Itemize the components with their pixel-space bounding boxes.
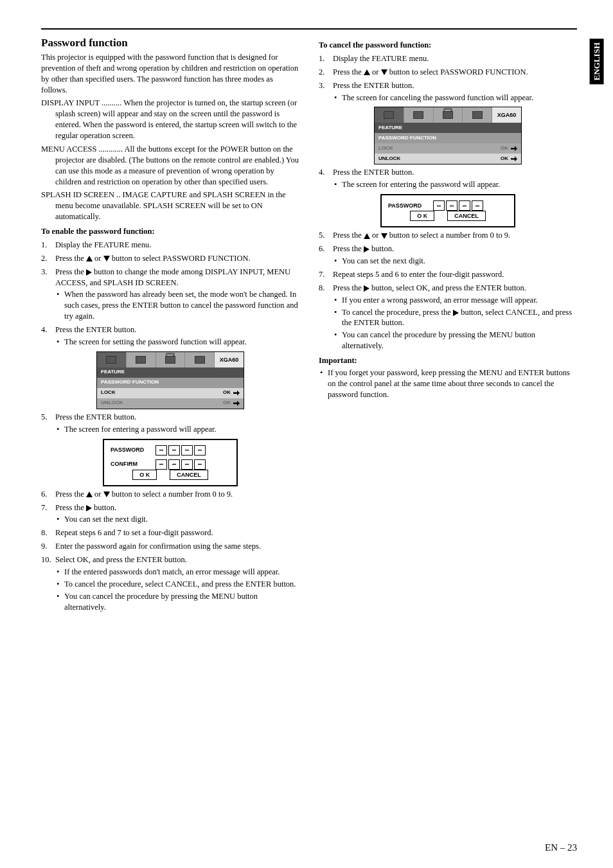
- step-item: 7.Repeat steps 5 and 6 to enter the four…: [319, 269, 577, 280]
- osd-row-label: UNLOCK: [378, 155, 501, 163]
- password-digit: –: [433, 200, 445, 211]
- step-number: 2.: [319, 67, 333, 78]
- bullet-text: To cancel the procedure, press the butto…: [342, 307, 577, 329]
- mode-item: SPLASH ID SCREEN .. IMAGE CAPTURE and SP…: [41, 190, 299, 222]
- osd-row-label: FEATURE: [378, 125, 517, 132]
- step-text: Press the button.: [55, 503, 116, 512]
- enter-icon: [233, 391, 240, 396]
- password-digit: –: [459, 200, 470, 211]
- ok-button: O K: [132, 470, 157, 480]
- password-digit: –: [194, 445, 206, 456]
- password-digit: –: [181, 445, 193, 456]
- step-text: Press the button.: [333, 244, 394, 253]
- down-arrow-icon: [103, 256, 110, 261]
- osd-signal-label: XGA60: [215, 352, 244, 368]
- bullet-dot: •: [333, 256, 342, 267]
- bullet-text: You can set the next digit.: [342, 256, 577, 267]
- osd-row: LOCKOK: [375, 143, 521, 154]
- bullet-text: The screen for entering a password will …: [64, 424, 299, 435]
- enter-icon: [511, 156, 517, 161]
- right-column: To cancel the password function: 1.Displ…: [319, 36, 577, 612]
- password-label: CONFIRM: [111, 460, 155, 468]
- ok-button: O K: [410, 211, 434, 221]
- enable-heading: To enable the password function:: [41, 226, 299, 237]
- password-digit: –: [181, 459, 193, 470]
- step-5: 5. Press the ENTER button. •The screen f…: [41, 412, 299, 435]
- step-item: 2.Press the or button to select PASSWORD…: [41, 253, 299, 264]
- important-heading: Important:: [319, 355, 577, 366]
- cancel-steps-b: 5.Press the or button to select a number…: [319, 230, 577, 351]
- step-text: Press the or button to select PASSWORD F…: [55, 254, 251, 263]
- cancel-steps: 1.Display the FEATURE menu.2.Press the o…: [319, 53, 577, 103]
- right-arrow-icon: [364, 246, 369, 252]
- osd-row: UNLOCKOK: [375, 154, 521, 164]
- mode-item: DISPLAY INPUT .......... When the projec…: [41, 98, 299, 141]
- enter-icon: [511, 146, 517, 151]
- bullet-text: To cancel the procedure, select CANCEL, …: [64, 579, 299, 590]
- step-number: 8.: [41, 527, 55, 538]
- password-digit: –: [155, 459, 167, 470]
- bullet-text: If you enter a wrong password, an error …: [342, 295, 577, 306]
- step-item: 2.Press the or button to select PASSWORD…: [319, 67, 577, 78]
- step-item: 9.Enter the password again for confirmat…: [41, 541, 299, 552]
- step-text: Press the or button to select PASSWORD F…: [333, 67, 528, 76]
- important-text: If you forget your password, keep pressi…: [328, 368, 577, 400]
- osd-row-value: OK: [501, 145, 517, 152]
- osd-tab-icon: [127, 352, 156, 368]
- bullet-text: The screen for entering the password wil…: [342, 179, 577, 190]
- bullet-text: The screen for canceling the password fu…: [342, 93, 577, 103]
- password-label: PASSWORD: [388, 202, 433, 209]
- step-item: 1.Display the FEATURE menu.: [41, 240, 299, 251]
- cancel-heading: To cancel the password function:: [319, 40, 577, 51]
- step-item: 6.Press the button.•You can set the next…: [319, 244, 577, 267]
- step-number: 3.: [319, 80, 333, 103]
- osd-row: PASSWORD FUNCTION: [375, 133, 521, 143]
- step-text: Press the button to change the mode amon…: [55, 267, 290, 287]
- step-text: Press the ENTER button.: [55, 325, 136, 334]
- step-4-right: 4. Press the ENTER button. •The screen f…: [319, 167, 577, 190]
- step-number: 4.: [319, 167, 333, 190]
- step-number: 7.: [41, 502, 55, 526]
- language-tab: ENGLISH: [590, 39, 604, 84]
- osd-row-label: UNLOCK: [101, 400, 223, 407]
- bullet-text: If the entered passwords don't match, an…: [64, 567, 299, 578]
- osd-tab-icon: [97, 352, 127, 368]
- step-text: Display the FEATURE menu.: [55, 240, 151, 249]
- bullet-text: The screen for setting the password func…: [64, 337, 299, 348]
- step-text: Repeat steps 6 and 7 to set a four-digit…: [55, 528, 213, 537]
- up-arrow-icon: [364, 69, 370, 75]
- step-number: 3.: [41, 267, 55, 322]
- step-text: Press the or button to select a number f…: [55, 490, 233, 499]
- step-number: 5.: [319, 230, 333, 241]
- bullet-text: You can set the next digit.: [64, 514, 299, 525]
- osd-row-label: LOCK: [378, 145, 501, 152]
- password-digit: –: [446, 200, 458, 211]
- password-digit: –: [194, 459, 206, 470]
- password-row: PASSWORD––––: [111, 445, 230, 456]
- bullet-dot: •: [333, 93, 342, 103]
- step-item: 7.Press the button.•You can set the next…: [41, 502, 299, 526]
- up-arrow-icon: [86, 492, 93, 497]
- osd-tab-icon: [375, 107, 404, 123]
- step-number: 6.: [319, 244, 333, 267]
- step-text: Press the ENTER button.: [333, 168, 414, 177]
- intro-paragraph: This projector is equipped with the pass…: [41, 52, 299, 96]
- step-number: 2.: [41, 253, 55, 264]
- step-item: 5.Press the or button to select a number…: [319, 230, 577, 241]
- step-item: 6.Press the or button to select a number…: [41, 489, 299, 500]
- password-entry-box-cancel: PASSWORD–––– O K CANCEL: [380, 194, 515, 227]
- password-entry-box: PASSWORD––––CONFIRM–––– O K CANCEL: [103, 439, 238, 486]
- step-text: Enter the password again for confirmatio…: [55, 542, 261, 551]
- right-arrow-icon: [86, 505, 92, 511]
- step-item: 3.Press the button to change the mode am…: [41, 267, 299, 322]
- section-heading: Password function: [41, 36, 299, 51]
- osd-signal-label: XGA60: [492, 107, 521, 123]
- step-number: 8.: [319, 283, 333, 351]
- up-arrow-icon: [364, 233, 370, 239]
- step-item: 8.Press the button, select OK, and press…: [319, 283, 577, 351]
- bullet-text: You can cancel the procedure by pressing…: [64, 591, 299, 613]
- osd-tab-icon: [463, 107, 492, 123]
- cancel-button: CANCEL: [170, 470, 208, 480]
- important-list: •If you forget your password, keep press…: [319, 368, 577, 400]
- mode-item: MENU ACCESS ............ All the buttons…: [41, 144, 299, 188]
